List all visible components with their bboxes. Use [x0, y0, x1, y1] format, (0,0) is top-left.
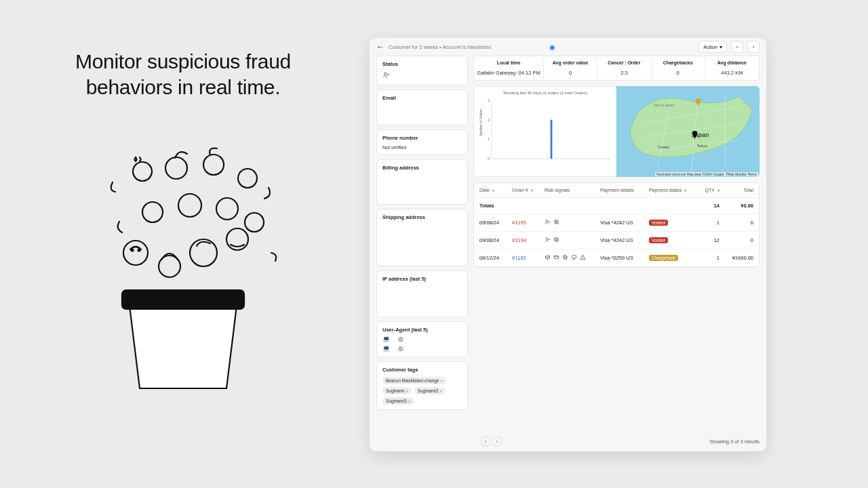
- back-button[interactable]: ←: [376, 42, 384, 52]
- remove-tag-icon[interactable]: ×: [439, 389, 442, 393]
- order-link[interactable]: #1195: [512, 220, 542, 226]
- svg-rect-84: [555, 238, 557, 241]
- customer-badge-icon: ◉: [549, 43, 555, 51]
- svg-point-11: [133, 162, 152, 181]
- next-button[interactable]: ›: [747, 41, 760, 53]
- copy-icon: [553, 237, 559, 244]
- device-icon: [571, 254, 577, 262]
- svg-rect-86: [564, 256, 567, 259]
- svg-rect-83: [555, 239, 558, 241]
- phone-card: Phone numberNot verified: [376, 129, 468, 155]
- col-date[interactable]: Date: [479, 188, 509, 192]
- action-menu-button[interactable]: Action▾: [698, 41, 727, 53]
- order-link[interactable]: #1194: [512, 237, 542, 243]
- col-qty[interactable]: QTY: [692, 188, 719, 192]
- svg-rect-85: [554, 256, 559, 259]
- remove-tag-icon[interactable]: ×: [406, 389, 408, 393]
- person-icon: [545, 219, 551, 226]
- svg-text:1: 1: [488, 137, 490, 141]
- svg-point-3: [138, 249, 140, 251]
- svg-rect-87: [564, 256, 566, 258]
- svg-text:3: 3: [488, 99, 490, 102]
- results-count: Showing 3 of 3 results: [709, 439, 760, 445]
- customer-tag[interactable]: Suginami×: [382, 387, 412, 394]
- person-icon: [545, 237, 551, 244]
- svg-point-7: [142, 202, 163, 222]
- svg-point-15: [384, 73, 387, 75]
- svg-rect-47: [551, 120, 553, 159]
- svg-point-12: [165, 157, 187, 179]
- svg-point-5: [190, 239, 217, 266]
- orders-chart: Showing last 90 days of orders (2 total …: [473, 86, 616, 177]
- svg-rect-80: [555, 221, 558, 224]
- remove-tag-icon[interactable]: ×: [408, 399, 411, 403]
- svg-point-82: [546, 238, 548, 240]
- svg-text:·: ·: [559, 161, 561, 163]
- table-row[interactable]: 09/08/24#1194Visa *4242 USVoided120: [474, 232, 759, 249]
- svg-rect-0: [122, 290, 244, 309]
- col-paystatus[interactable]: Payment status: [649, 188, 690, 192]
- col-signals: Risk signals: [545, 188, 597, 192]
- svg-text:·: ·: [549, 161, 552, 163]
- customer-tag[interactable]: Suginami3×: [382, 397, 414, 405]
- svg-text:·: ·: [502, 161, 505, 163]
- svg-text:2: 2: [488, 118, 490, 122]
- svg-text:·: ·: [601, 161, 604, 163]
- map[interactable]: Japan Osaka Tokyo Sea of Japan Keyboard …: [616, 86, 760, 177]
- svg-rect-88: [572, 256, 576, 258]
- svg-point-2: [132, 249, 134, 251]
- chrome-icon: ◎: [398, 336, 403, 342]
- svg-text:Osaka: Osaka: [658, 145, 670, 149]
- svg-text:·: ·: [497, 161, 500, 163]
- svg-text:·: ·: [507, 161, 509, 163]
- svg-text:·: ·: [587, 161, 590, 163]
- svg-point-10: [245, 213, 264, 232]
- col-total: Total: [722, 188, 753, 192]
- table-row[interactable]: 06/12/24#1182Visa *0259 USChargeback1¥16…: [474, 249, 759, 267]
- col-order[interactable]: Order #: [512, 188, 542, 192]
- svg-text:·: ·: [540, 161, 542, 163]
- svg-text:·: ·: [530, 161, 533, 163]
- tags-card: Customer tags Beacon Blacklisted-change×…: [376, 361, 468, 410]
- svg-point-8: [178, 194, 201, 217]
- svg-point-1: [123, 241, 148, 265]
- svg-text:·: ·: [516, 161, 519, 163]
- svg-text:·: ·: [573, 161, 576, 163]
- laptop-icon: 💻: [382, 336, 390, 342]
- svg-text:·: ·: [578, 161, 580, 163]
- order-link[interactable]: #1182: [512, 255, 542, 261]
- customer-tag[interactable]: Suginami2×: [414, 387, 446, 394]
- remove-tag-icon[interactable]: ×: [440, 379, 443, 383]
- shipping-card: Shipping address: [376, 209, 468, 266]
- map-attribution: Keyboard shortcuts Map data ©2024 Google…: [655, 172, 758, 176]
- svg-text:Number of Orders: Number of Orders: [479, 108, 483, 136]
- copy-icon: [553, 219, 559, 226]
- svg-text:·: ·: [545, 161, 547, 163]
- svg-point-9: [216, 198, 238, 220]
- billing-card: Billing address: [376, 159, 468, 205]
- box-icon: [545, 254, 551, 262]
- warn-icon: [580, 254, 586, 262]
- svg-text:Sea of Japan: Sea of Japan: [654, 103, 675, 107]
- svg-rect-90: [583, 258, 583, 259]
- add-person-icon[interactable]: [382, 71, 390, 80]
- card-icon: [553, 254, 559, 262]
- svg-rect-89: [583, 257, 583, 258]
- hero-illustration: [61, 117, 305, 402]
- svg-text:·: ·: [554, 161, 557, 163]
- svg-text:0: 0: [488, 157, 490, 161]
- page-headline: Monitor suspicious fraud behaviors in re…: [47, 49, 319, 100]
- table-row[interactable]: 09/08/24#1195Visa *4242 USVoided10: [474, 214, 759, 232]
- laptop-icon: 💻: [382, 345, 390, 352]
- prev-button[interactable]: ‹: [731, 41, 743, 53]
- svg-text:·: ·: [607, 161, 610, 163]
- svg-text:·: ·: [564, 161, 566, 163]
- customer-tag[interactable]: Beacon Blacklisted-change×: [382, 377, 446, 384]
- pagination[interactable]: ‹›: [481, 436, 502, 446]
- svg-text:·: ·: [526, 161, 528, 163]
- chrome-icon: ◎: [398, 345, 403, 352]
- svg-point-13: [203, 155, 224, 175]
- svg-point-14: [238, 169, 257, 188]
- col-paydetails: Payment details: [600, 188, 646, 192]
- svg-point-79: [546, 220, 548, 222]
